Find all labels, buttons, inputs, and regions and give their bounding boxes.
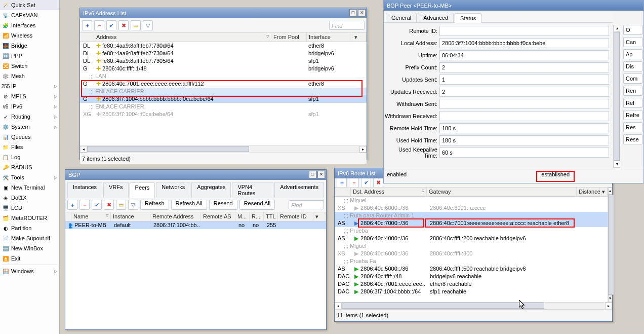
sidebar-item-ppp[interactable]: ↔️PPP [0,51,59,61]
scroll-thumb[interactable] [608,195,614,295]
table-row[interactable]: G✚ 2806:3f7:1004:bbbb:bbbb:bbbb:f0ca:beb… [80,95,367,103]
filter-button[interactable]: ▽ [128,200,138,210]
scroll-left-icon[interactable]: ◂ [80,146,87,153]
side-button[interactable]: Res [623,122,642,132]
th-distance[interactable]: Distance [577,188,600,196]
th-dropdown[interactable]: ▾ [600,188,608,196]
sidebar-item-quick-set[interactable]: 🪄Quick Set [0,0,59,10]
window-minimize-button[interactable]: □ [349,9,357,17]
sidebar-item-metarouter[interactable]: 🗂️MetaROUTER [0,213,59,223]
disable-button[interactable]: ✖ [104,200,114,210]
window-minimize-button[interactable]: □ [309,171,316,178]
th-interface[interactable]: Interface [307,33,352,42]
tab-general[interactable]: General [386,13,417,22]
th-r[interactable]: R... [250,212,264,221]
table-row[interactable]: XS▶ 2806:40c:6000::/362806:40c:6001::a:c… [335,204,608,212]
scroll-right-icon[interactable]: ▸ [605,303,612,309]
filter-button[interactable]: ▽ [143,20,153,30]
th-remote-id[interactable]: Remote ID [278,212,313,221]
th-address[interactable]: Address▽ [94,33,271,42]
comment-button[interactable]: ▭ [131,20,141,30]
window-close-button[interactable]: ✕ [358,9,366,17]
scroll-up-icon[interactable]: ▴ [614,25,620,32]
add-button[interactable]: ＋ [67,200,77,210]
side-button[interactable]: Rese [623,134,642,144]
sidebar-item-mpls[interactable]: ⊘MPLS▷ [0,91,59,101]
sidebar-item-capsman[interactable]: 📡CAPsMAN [0,10,59,20]
comment-button[interactable]: ▭ [116,200,126,210]
scroll-down-icon[interactable]: ▾ [608,295,612,302]
th-flags[interactable] [80,33,94,42]
add-button[interactable]: ＋ [82,20,92,30]
disable-button[interactable]: ✖ [373,178,383,188]
sidebar-item-files[interactable]: 📁Files [0,142,59,152]
sidebar-item-tools[interactable]: 🛠️Tools▷ [0,172,59,182]
window-close-button[interactable]: ✕ [317,171,325,178]
table-row[interactable]: AS▶ 2806:40c:5000::/362806:40c:ffff::500… [335,265,608,273]
tab-networks[interactable]: Networks [156,182,190,198]
enable-button[interactable]: ✔ [106,20,116,30]
th-ttl[interactable]: TTL [264,212,278,221]
sidebar-item-bridge[interactable]: 🌉Bridge [0,41,59,51]
disable-button[interactable]: ✖ [118,20,129,30]
tab-instances[interactable]: Instances [67,182,102,198]
sidebar-item-wireless[interactable]: 📶Wireless [0,30,59,41]
th-instance[interactable]: Instance [111,212,150,221]
th-from-pool[interactable]: From Pool [271,33,307,42]
remove-button[interactable]: － [79,200,90,210]
find-input[interactable]: Find [329,21,365,30]
sidebar-item-interfaces[interactable]: 🧩Interfaces [0,20,59,30]
side-button[interactable]: Ap [623,49,642,59]
sidebar-item-radius[interactable]: 🔑RADIUS [0,162,59,172]
scroll-thumb[interactable] [342,303,544,309]
th-name[interactable]: Name▽ [71,212,111,221]
side-button[interactable]: Can [623,37,642,47]
enable-button[interactable]: ✔ [361,178,371,188]
sidebar-item-new-terminal[interactable]: ▣New Terminal [0,182,59,193]
sidebar-item-make-supout-rif[interactable]: 📄Make Supout.rif [0,233,59,243]
resend-all-button[interactable]: Resend All [239,200,275,210]
refresh-button[interactable]: Refresh [140,200,169,210]
sidebar-item-lcd[interactable]: 🖥️LCD [0,203,59,213]
sidebar-item-partition[interactable]: ◐Partition [0,223,59,233]
th-remote-as[interactable]: Remote AS [201,212,235,221]
side-button[interactable]: Ref [623,98,642,108]
sidebar-item-switch[interactable]: 🔀Switch [0,61,59,71]
window-titlebar[interactable]: BGP □ ✕ [65,170,326,180]
table-row[interactable]: 👥 PEER-to-MB default 2806:3f7:1004:bb.. … [65,221,326,229]
side-button[interactable]: Dis [623,61,642,71]
resend-button[interactable]: Resend [209,200,237,210]
refresh-all-button[interactable]: Refresh All [171,200,207,210]
vscrollbar[interactable]: ▴ ▾ [613,25,620,168]
sidebar-item-routing[interactable]: ➶Routing▷ [0,112,59,122]
sidebar-item-ip[interactable]: 255IP▷ [0,81,59,91]
table-row[interactable]: XG✚ 2806:3f7:1004::f0ca:bebe/64sfp1 [80,110,367,118]
side-button[interactable]: Ren [623,86,642,96]
add-button[interactable]: ＋ [337,178,347,188]
vscrollbar[interactable]: ▴ ▾ [608,188,612,302]
table-row[interactable]: G✚ 2806:40c:7001:eeee:eeee:eeee:a:ffff/1… [80,80,367,88]
side-button[interactable]: O [623,25,642,35]
side-button[interactable]: Refre [623,110,642,120]
sidebar-item-ipv6[interactable]: v6IPv6▷ [0,101,59,112]
table-row[interactable]: DAC▶ 2806:40c:ffff::/48bridgeipv6 reacha… [335,273,608,280]
tab-advertisements[interactable]: Advertisements [274,182,324,198]
window-titlebar[interactable]: IPv6 Address List □ ✕ [80,8,367,18]
sidebar-item-new-winbox[interactable]: 🆕New WinBox [0,243,59,253]
remove-button[interactable]: － [94,20,104,30]
th-flags[interactable] [335,188,351,196]
th-dst[interactable]: Dst. Address▽ [351,188,427,196]
scroll-up-icon[interactable]: ▴ [608,188,612,195]
tab-peers[interactable]: Peers [130,182,155,198]
window-titlebar[interactable]: BGP Peer <PEER-to-MB> [384,1,643,11]
tab-vpn4-routes[interactable]: VPN4 Routes [232,182,273,198]
scroll-right-icon[interactable]: ▸ [359,146,367,153]
scroll-thumb[interactable] [614,32,620,161]
th-dropdown[interactable]: ▾ [352,33,367,42]
sidebar-item-log[interactable]: 📋Log [0,152,59,162]
hscrollbar[interactable]: ◂ ▸ [80,145,367,153]
table-row[interactable]: DL✚ fe80::4aa9:8aff:feb7:730d/64ether8 [80,42,367,50]
find-input[interactable]: Find [289,200,324,209]
th-remote-address[interactable]: Remote Address [150,212,201,221]
th-blank[interactable] [65,212,71,221]
